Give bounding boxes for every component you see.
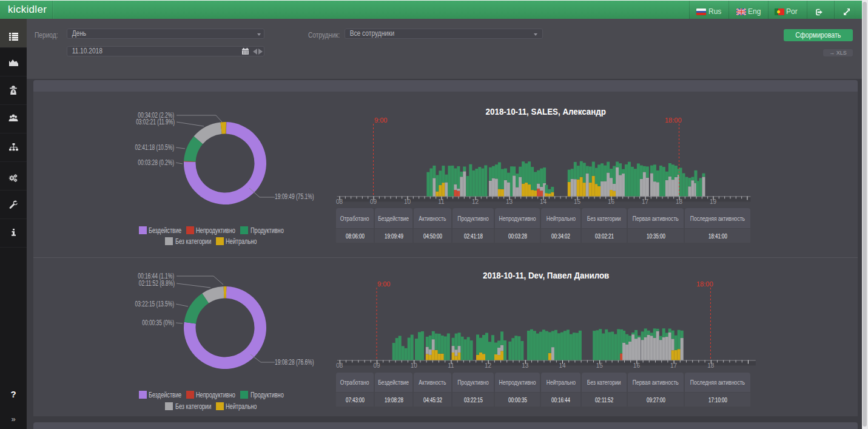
svg-text:13: 13 bbox=[522, 362, 529, 369]
svg-text:17: 17 bbox=[642, 198, 649, 205]
svg-text:12: 12 bbox=[472, 198, 479, 205]
svg-text:11: 11 bbox=[448, 362, 454, 369]
svg-text:12: 12 bbox=[485, 362, 492, 369]
svg-text:10: 10 bbox=[411, 362, 418, 369]
svg-text:09: 09 bbox=[370, 198, 377, 205]
svg-text:16: 16 bbox=[608, 198, 615, 205]
svg-text:09: 09 bbox=[373, 362, 380, 369]
svg-text:19: 19 bbox=[710, 198, 717, 205]
svg-text:18: 18 bbox=[707, 362, 715, 369]
svg-text:08: 08 bbox=[336, 198, 343, 205]
svg-text:15: 15 bbox=[596, 362, 604, 369]
svg-text:14: 14 bbox=[559, 362, 566, 369]
svg-text:10: 10 bbox=[404, 198, 411, 205]
svg-text:17: 17 bbox=[670, 362, 678, 369]
svg-text:13: 13 bbox=[506, 198, 513, 205]
svg-text:08: 08 bbox=[336, 362, 343, 369]
svg-text:11: 11 bbox=[438, 198, 445, 205]
svg-text:14: 14 bbox=[540, 198, 547, 205]
svg-text:15: 15 bbox=[574, 198, 581, 205]
svg-text:16: 16 bbox=[633, 362, 641, 369]
svg-text:18: 18 bbox=[676, 198, 683, 205]
